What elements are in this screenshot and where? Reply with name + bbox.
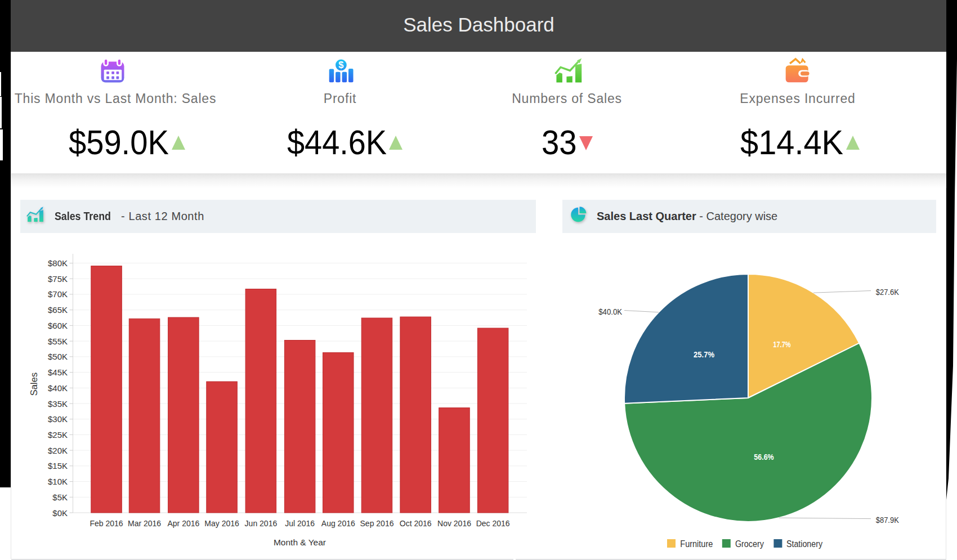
svg-text:$35K: $35K <box>48 399 68 409</box>
svg-text:Month & Year: Month & Year <box>274 537 326 547</box>
svg-text:$55K: $55K <box>48 337 68 346</box>
svg-text:Oct 2016: Oct 2016 <box>400 519 432 528</box>
svg-text:$0K: $0K <box>52 508 68 518</box>
svg-text:$80K: $80K <box>48 258 68 268</box>
svg-text:Dec 2016: Dec 2016 <box>476 519 510 528</box>
svg-text:Sep 2016: Sep 2016 <box>360 519 394 528</box>
svg-text:$65K: $65K <box>48 305 68 315</box>
svg-text:$40.0K: $40.0K <box>598 307 623 316</box>
svg-text:Aug 2016: Aug 2016 <box>321 519 355 528</box>
svg-text:$60K: $60K <box>48 321 68 330</box>
svg-text:56.6%: 56.6% <box>754 452 774 462</box>
svg-text:Mar 2016: Mar 2016 <box>128 519 161 528</box>
svg-text:Furniture: Furniture <box>680 539 713 549</box>
svg-text:Stationery: Stationery <box>786 539 822 549</box>
svg-text:May 2016: May 2016 <box>204 519 239 528</box>
svg-text:Jun 2016: Jun 2016 <box>245 519 278 528</box>
svg-text:$50K: $50K <box>48 352 68 361</box>
svg-text:$25K: $25K <box>48 430 68 440</box>
svg-text:Nov 2016: Nov 2016 <box>437 519 471 528</box>
svg-text:Apr 2016: Apr 2016 <box>167 519 199 528</box>
svg-text:25.7%: 25.7% <box>694 350 714 359</box>
svg-text:$10K: $10K <box>48 477 68 486</box>
svg-text:$20K: $20K <box>48 446 68 455</box>
svg-text:$70K: $70K <box>48 289 68 299</box>
svg-text:Jul 2016: Jul 2016 <box>285 519 315 528</box>
svg-text:$5K: $5K <box>52 492 68 502</box>
svg-text:17.7%: 17.7% <box>773 339 791 349</box>
svg-text:Sales: Sales <box>29 373 39 396</box>
svg-text:$45K: $45K <box>48 368 68 377</box>
svg-text:$30K: $30K <box>48 414 68 424</box>
svg-text:Grocery: Grocery <box>735 539 764 549</box>
svg-text:$75K: $75K <box>48 274 68 284</box>
svg-text:$87.9K: $87.9K <box>876 515 900 525</box>
svg-text:$: $ <box>338 60 343 70</box>
svg-text:$15K: $15K <box>48 461 68 471</box>
svg-text:$27.6K: $27.6K <box>876 287 900 297</box>
svg-text:$40K: $40K <box>48 383 68 393</box>
svg-text:Feb 2016: Feb 2016 <box>90 519 123 528</box>
